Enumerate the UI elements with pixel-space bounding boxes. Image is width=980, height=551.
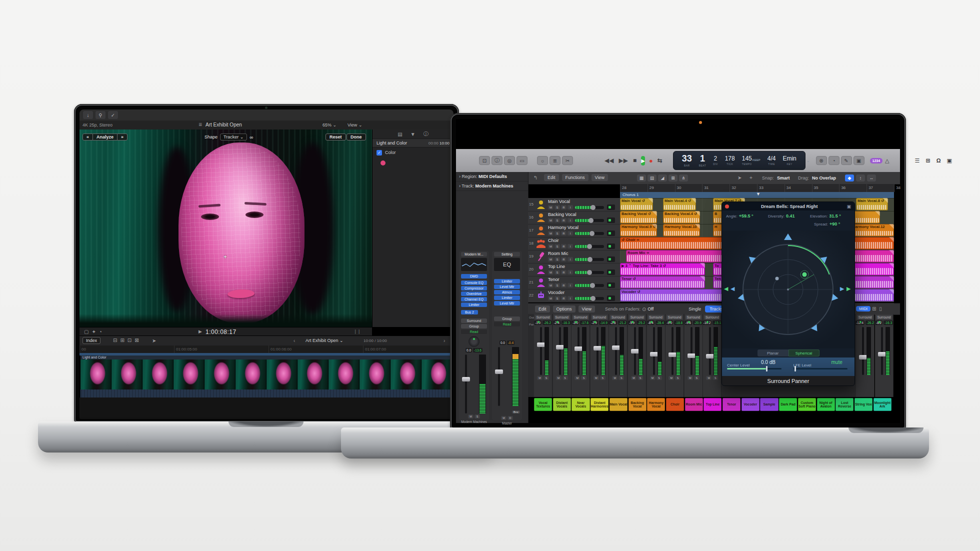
mute-button[interactable]: M [612, 376, 618, 380]
transport-icon[interactable]: ◔ [828, 156, 840, 165]
solo-button[interactable]: S [581, 376, 586, 380]
solo-button[interactable]: S [656, 376, 662, 380]
transport-view-icon[interactable]: ▭ [516, 156, 528, 165]
solo-button[interactable]: S [474, 414, 480, 418]
fader-zone[interactable] [536, 327, 550, 375]
fx-slot[interactable]: Level Mtr [494, 284, 520, 289]
fx-slot[interactable]: Limiter [494, 296, 520, 300]
tracker-dropdown[interactable]: Tracker ⌄ [220, 134, 247, 140]
count-in-badge[interactable]: 1234 [870, 158, 883, 164]
output-button[interactable]: Surround [876, 315, 892, 320]
solo-button[interactable]: S [554, 244, 560, 248]
channel-name-button[interactable]: Tenor [722, 398, 740, 411]
fader-cap[interactable] [706, 354, 714, 358]
mute-button[interactable]: M [548, 244, 554, 248]
fx-slot[interactable]: Limiter [461, 302, 487, 307]
mixer-channel-strip[interactable]: Surround -1.0-26.2 M S [534, 314, 552, 397]
check-icon[interactable]: ✓ [108, 110, 118, 120]
timeline-project-dropdown[interactable]: Art Exhibit Open ⌄ [306, 338, 344, 343]
channel-name-button[interactable]: Night of Avalon [817, 398, 835, 411]
automation-mode[interactable]: Read [461, 330, 487, 334]
plugin-title-bar[interactable]: Dream Bells: Spread Right ▣ [722, 202, 854, 210]
vertical-zoom-icon[interactable]: ↕ [856, 174, 865, 182]
mute-button[interactable]: M [548, 218, 554, 222]
forward-icon[interactable]: ▶▶ [618, 157, 628, 164]
record-enable-button[interactable]: R [561, 231, 566, 236]
channel-name-button[interactable]: Moonlight Ark [874, 398, 892, 411]
menu-button[interactable]: Functions [562, 174, 588, 181]
track-volume-slider[interactable] [575, 232, 604, 235]
channel-name-button[interactable]: String Vox [854, 398, 872, 411]
index-button[interactable]: Index [82, 337, 100, 344]
output-button[interactable]: Surround [686, 315, 702, 320]
solo-button[interactable]: S [554, 218, 560, 222]
transport-icon[interactable]: ✎ [841, 156, 852, 165]
window-icon[interactable]: ⊞ [926, 158, 930, 164]
input-monitor-button[interactable]: I [568, 270, 573, 274]
mixer-channel-strip[interactable]: Surround -10.2-15.1 M S [703, 314, 722, 397]
fader-zone[interactable] [461, 354, 487, 414]
reset-button[interactable]: Reset [326, 134, 346, 140]
channel-name-button[interactable]: Dark Pad [779, 398, 797, 411]
next-project-icon[interactable]: › [444, 338, 445, 344]
group-slot[interactable]: Group [494, 316, 520, 321]
mute-button[interactable]: M [548, 257, 554, 262]
mute-button[interactable]: M [556, 376, 562, 380]
inspector-tab-icon[interactable]: ⓘ [424, 130, 428, 138]
mixer-channel-strip[interactable]: Surround -2.6-21.2 M S [609, 314, 628, 397]
diversity-value[interactable]: 0.41 [786, 214, 795, 218]
view-mode-icon[interactable]: ⋔ [679, 174, 688, 182]
audio-region[interactable]: Main Vocal.8 ↺ [856, 198, 888, 210]
pointer-tool-icon[interactable]: ➤ [738, 175, 742, 180]
link-icon[interactable]: ∞ [250, 134, 253, 140]
solo-button[interactable]: S [554, 283, 560, 288]
track-header[interactable]: 21 Tenor M S R I [528, 276, 620, 290]
fader-cap[interactable] [537, 342, 545, 347]
track-header[interactable]: 16 Backing Vocal M S R I [528, 211, 620, 224]
inspector-tab-icon[interactable]: ▼ [410, 132, 416, 137]
solo-button[interactable]: S [554, 231, 560, 236]
input-monitor-button[interactable]: I [568, 296, 573, 300]
dock-channel-strip[interactable]: Surround -12.4-26.2 [856, 314, 874, 397]
midi-layout-icon[interactable]: ▯ [879, 306, 882, 312]
track-header[interactable]: 20 Top Line M S R I [528, 263, 620, 276]
plugin-window-icon[interactable]: ▣ [846, 204, 851, 209]
record-enable-button[interactable]: R [561, 244, 566, 248]
channel-name-button[interactable]: Harmony Vocal [647, 398, 665, 411]
audio-region[interactable]: Main Vocal ↺ [620, 198, 653, 210]
fader-zone[interactable] [630, 327, 644, 375]
audio-region[interactable]: Harmony Vocal.10 [663, 224, 700, 236]
mute-button[interactable]: M [706, 376, 712, 380]
viewer-tool-icon[interactable]: ▢ [84, 329, 88, 334]
analyze-control[interactable]: « Analyze » [82, 134, 128, 140]
output-button[interactable]: Surround [554, 315, 570, 320]
panel-toggle-icon[interactable]: ≣ [550, 156, 560, 165]
window-icon[interactable]: ☰ [915, 158, 920, 164]
solo-button[interactable]: S [694, 376, 700, 380]
fit-icons[interactable]: ❘❘ [354, 329, 361, 334]
dim-button[interactable]: D [508, 416, 513, 420]
viewer-tool-icon[interactable]: ✦ [92, 329, 96, 334]
solo-button[interactable]: S [554, 205, 560, 210]
fader-zone[interactable] [686, 327, 700, 375]
fader-cap[interactable] [650, 352, 658, 356]
rewind-icon[interactable]: ◀◀ [604, 157, 614, 164]
audio-region[interactable]: Harmony Vocal.12 [851, 224, 894, 236]
lcd-display[interactable]: 33 BAR 1 BEAT 2 DIV [673, 151, 806, 170]
mixer-channel-strip[interactable]: Surround -9.6-20.9 M S [684, 314, 703, 397]
width-arrow-left-icon[interactable]: ◀ [724, 286, 728, 292]
transport-icon[interactable]: ⊗ [816, 156, 827, 165]
drag-value[interactable]: No Overlap [812, 176, 836, 180]
fader-zone[interactable] [592, 327, 606, 375]
group-slot[interactable]: Group [461, 324, 487, 328]
cycle-icon[interactable]: ⇆ [658, 157, 662, 164]
channel-name-button[interactable]: Custom Soft Piano [798, 398, 816, 411]
single-toggle[interactable]: Single [688, 306, 701, 312]
channel-name-button[interactable]: Choir [666, 398, 684, 411]
eq-thumbnail[interactable] [461, 258, 487, 271]
mixer-channel-strip[interactable]: Surround -2.9-14.9 M S [590, 314, 609, 397]
strip-title[interactable]: Modern M... [461, 252, 487, 256]
keyword-icon[interactable]: ⚲ [95, 110, 106, 120]
track-volume-slider[interactable] [575, 271, 604, 274]
track-volume-slider[interactable] [575, 258, 604, 261]
